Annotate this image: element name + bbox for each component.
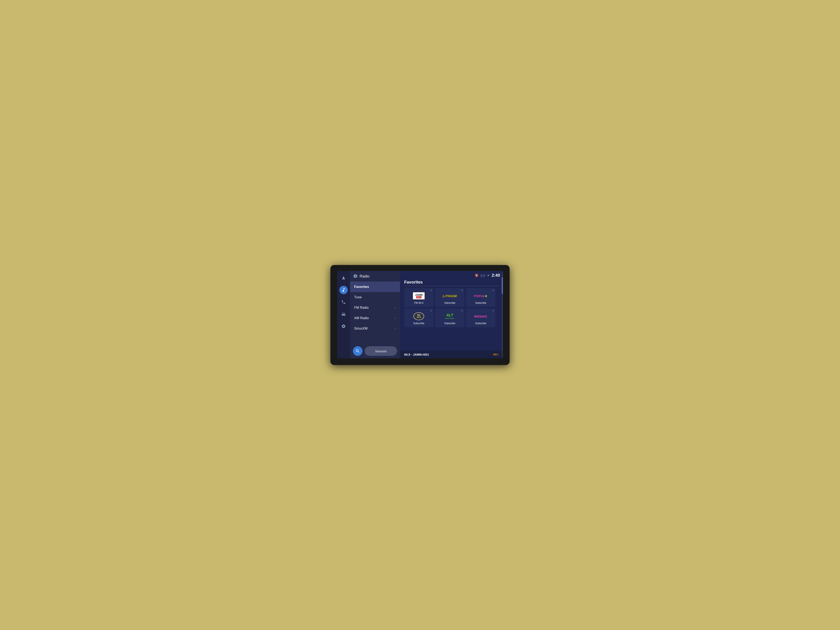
favorites-title: Favorites xyxy=(404,280,499,284)
jamn-logo-text: JAMN xyxy=(415,294,423,296)
phone-nav-icon[interactable] xyxy=(339,298,348,306)
right-panel: 🔇 ((·)) ∗ 2:40 Favorites ✛ xyxy=(400,271,503,358)
wifi-icon: ((·)) xyxy=(480,274,485,277)
alt-nation-logo: ALT NATION xyxy=(442,312,457,321)
screen: Radio Favorites Tune FM Radio › AM Radio… xyxy=(337,271,503,358)
time-display: 2:40 xyxy=(492,273,500,278)
station-card-mosaic[interactable]: ✛ MOSAIC Subscribe xyxy=(466,308,496,327)
sources-button[interactable]: Sources xyxy=(365,346,397,356)
side-navigation xyxy=(337,271,350,358)
station-card-lithium[interactable]: ✛ LiTHiUM Subscribe xyxy=(435,288,464,307)
popek-logo: POPek🍀 xyxy=(474,292,488,300)
eights-logo: 80son 8 xyxy=(412,312,426,321)
menu-item-siriusxm[interactable]: SiriusXM › xyxy=(350,323,400,334)
drag-handle-lithium: ✛ xyxy=(461,289,463,292)
bottom-buttons: Sources xyxy=(350,344,400,358)
navigate-nav-icon[interactable] xyxy=(339,274,348,282)
jamn-freq-text: 94.5 xyxy=(416,296,422,298)
left-panel: Radio Favorites Tune FM Radio › AM Radio… xyxy=(350,271,400,358)
lithium-logo-text: LiTHiUM xyxy=(443,294,457,298)
search-button[interactable] xyxy=(353,346,363,356)
alt-logo-text: ALT xyxy=(446,313,453,317)
menu-item-favorites-label: Favorites xyxy=(354,285,369,289)
hd-icon: HD xyxy=(493,353,497,356)
sources-label: Sources xyxy=(375,349,387,353)
station-card-popek[interactable]: ✛ POPek🍀 Subscribe xyxy=(466,288,496,307)
jamn-logo: JAMN 94.5 xyxy=(412,292,426,300)
menu-item-tune-label: Tune xyxy=(354,295,362,299)
mosaic-station-label: Subscribe xyxy=(475,322,486,325)
bluetooth-icon: ∗ xyxy=(487,273,489,277)
scrollbar-thumb xyxy=(502,277,503,294)
popek-station-label: Subscribe xyxy=(475,302,486,305)
favorites-grid: ✛ JAMN 94.5 FM 94.5 ✛ LiTHi xyxy=(404,288,499,327)
status-bar: 🔇 ((·)) ∗ 2:40 xyxy=(400,271,503,279)
lithium-logo: LiTHiUM xyxy=(442,292,457,300)
scrollbar[interactable] xyxy=(502,271,503,358)
menu-items-list: Favorites Tune FM Radio › AM Radio › Sir… xyxy=(350,282,400,344)
alt-nation-station-label: Subscribe xyxy=(444,322,455,325)
fm-radio-chevron: › xyxy=(395,306,396,309)
menu-item-favorites[interactable]: Favorites xyxy=(350,282,400,292)
menu-item-fm-radio[interactable]: FM Radio › xyxy=(350,303,400,313)
left-panel-header: Radio xyxy=(350,271,400,282)
hd-badge: HD 1 xyxy=(493,353,499,356)
menu-item-tune[interactable]: Tune xyxy=(350,292,400,303)
now-playing-bar: 94.5 · JAMN-HD1 HD 1 xyxy=(400,351,503,358)
station-card-alt-nation[interactable]: ✛ ALT NATION Subscribe xyxy=(435,308,464,327)
eights-station-label: Subscribe xyxy=(413,322,425,325)
menu-item-fm-label: FM Radio xyxy=(354,306,368,309)
eights-logo-text: 80son 8 xyxy=(413,312,424,320)
mosaic-logo-text: MOSAIC xyxy=(474,314,487,318)
jamn-station-label: FM 94.5 xyxy=(414,302,423,305)
hd-number: 1 xyxy=(497,353,499,356)
drag-handle-popek: ✛ xyxy=(492,289,494,292)
favorites-section: Favorites ✛ JAMN 94.5 FM 94.5 xyxy=(400,279,503,327)
popek-logo-text: POPek🍀 xyxy=(474,294,488,298)
drag-handle-jamn: ✛ xyxy=(430,289,432,292)
vehicle-nav-icon[interactable] xyxy=(339,310,348,318)
siriusxm-chevron: › xyxy=(395,327,396,330)
drag-handle-mosaic: ✛ xyxy=(492,309,494,312)
radio-header-icon xyxy=(353,274,357,279)
station-card-eights[interactable]: ✛ 80son 8 Subscribe xyxy=(404,308,434,327)
now-playing-text: 94.5 · JAMN-HD1 xyxy=(404,353,429,356)
am-radio-chevron: › xyxy=(395,316,396,320)
menu-item-am-radio[interactable]: AM Radio › xyxy=(350,313,400,323)
radio-title: Radio xyxy=(360,274,369,278)
settings-nav-icon[interactable] xyxy=(339,322,348,330)
status-icons-group: 🔇 ((·)) ∗ xyxy=(475,273,489,277)
drag-handle-eights: ✛ xyxy=(430,309,432,312)
music-nav-icon[interactable] xyxy=(339,286,348,294)
menu-item-siriusxm-label: SiriusXM xyxy=(354,327,368,330)
drag-handle-alt-nation: ✛ xyxy=(461,309,463,312)
alt-nation-sub-text: NATION xyxy=(445,317,454,319)
mute-icon: 🔇 xyxy=(475,273,479,277)
car-infotainment-unit: Radio Favorites Tune FM Radio › AM Radio… xyxy=(330,265,510,365)
mosaic-logo: MOSAIC xyxy=(474,312,488,321)
menu-item-am-label: AM Radio xyxy=(354,316,369,320)
lithium-station-label: Subscribe xyxy=(444,302,455,305)
station-card-jamn[interactable]: ✛ JAMN 94.5 FM 94.5 xyxy=(404,288,434,307)
